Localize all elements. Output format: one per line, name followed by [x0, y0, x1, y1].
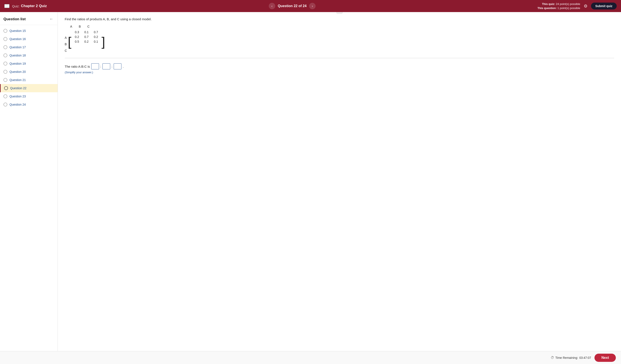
sidebar-item-label-23: Question 23 — [10, 95, 26, 98]
body-layout: Question list ← Question 15Question 16Qu… — [0, 12, 621, 351]
sidebar-item-label-24: Question 24 — [10, 103, 26, 106]
sidebar-item-question-20[interactable]: Question 20 — [0, 68, 58, 76]
ratio-label: The ratio A:B:C is — [65, 65, 90, 68]
ratio-input-c[interactable] — [114, 63, 121, 69]
radio-circle-21 — [3, 78, 7, 82]
cell-0-1: 0.1 — [83, 30, 90, 34]
cell-2-0: 0.5 — [73, 40, 81, 43]
sidebar-item-question-23[interactable]: Question 23 — [0, 92, 58, 100]
points-info: This quiz: 24 point(s) possible This que… — [537, 2, 580, 10]
sidebar-item-question-15[interactable]: Question 15 — [0, 27, 58, 35]
prev-question-button[interactable]: ‹ — [269, 3, 275, 9]
sidebar-item-label-18: Question 18 — [10, 54, 26, 57]
this-quiz-points: 24 point(s) possible — [556, 2, 580, 6]
sidebar-collapse-button[interactable]: ← — [49, 16, 54, 22]
radio-circle-16 — [3, 37, 7, 41]
next-question-button[interactable]: › — [309, 3, 316, 9]
matrix-container: A B C A B C [ 0.3 0.1 — [65, 25, 614, 54]
nav-right: This quiz: 24 point(s) possible This que… — [537, 2, 617, 10]
radio-circle-19 — [3, 62, 7, 66]
sidebar-list: Question 15Question 16Question 17Questio… — [0, 25, 58, 110]
this-quiz-label: This quiz: — [542, 2, 555, 6]
sidebar-item-question-18[interactable]: Question 18 — [0, 51, 58, 60]
simplify-note: (Simplify your answer.) — [65, 71, 614, 74]
sidebar-item-label-19: Question 19 — [10, 62, 26, 65]
matrix-inner: 0.3 0.1 0.7 0.2 0.7 0.2 0.5 — [71, 29, 102, 54]
cell-2-1: 0.2 — [83, 40, 90, 43]
matrix-row-3: 0.5 0.2 0.1 — [73, 40, 100, 43]
sidebar-item-question-21[interactable]: Question 21 — [0, 76, 58, 84]
cell-1-0: 0.2 — [73, 35, 81, 39]
col-header-A: A — [67, 25, 75, 28]
menu-icon[interactable] — [4, 4, 10, 8]
sidebar-item-question-19[interactable]: Question 19 — [0, 60, 58, 68]
ratio-area: The ratio A:B:C is : : . — [65, 63, 614, 69]
radio-circle-15 — [3, 29, 7, 33]
time-remaining: ⏱ Time Remaining: 03:47:07 — [551, 356, 591, 360]
this-question-points: 1 point(s) possible — [557, 6, 580, 10]
radio-circle-23 — [3, 94, 7, 98]
this-question-label: This question: — [537, 6, 557, 10]
main-content: Find the ratios of products A, B, and C … — [58, 12, 621, 351]
clock-icon: ⏱ — [551, 356, 554, 360]
row-label-B: B — [65, 42, 67, 47]
cell-0-2: 0.7 — [92, 30, 100, 34]
radio-circle-20 — [3, 70, 7, 74]
sidebar-item-question-24[interactable]: Question 24 — [0, 100, 58, 109]
question-counter: Question 22 of 24 — [278, 4, 307, 8]
bottom-bar: ⏱ Time Remaining: 03:47:07 Next — [0, 351, 621, 364]
col-header-C: C — [84, 25, 93, 28]
bracket-right: ] — [102, 29, 105, 54]
sidebar-item-label-22: Question 22 — [10, 86, 27, 90]
quiz-title: Chapter 2 Quiz — [21, 4, 47, 8]
ratio-separator-2: : — [112, 65, 112, 68]
cell-1-2: 0.2 — [92, 35, 100, 39]
ratio-separator-1: : — [100, 65, 101, 68]
sidebar-header: Question list ← — [0, 12, 58, 25]
sidebar-item-label-20: Question 20 — [10, 70, 26, 73]
matrix-bracket-area: [ 0.3 0.1 0.7 0.2 0.7 0.2 — [68, 29, 105, 54]
radio-circle-22 — [4, 86, 8, 90]
top-nav: Quiz: Chapter 2 Quiz ‹ Question 22 of 24… — [0, 0, 621, 12]
time-remaining-label: Time Remaining: — [555, 356, 578, 360]
ratio-input-b[interactable] — [103, 63, 110, 69]
sidebar: Question list ← Question 15Question 16Qu… — [0, 12, 58, 351]
question-instruction: Find the ratios of products A, B, and C … — [65, 17, 614, 21]
cell-2-2: 0.1 — [92, 40, 100, 43]
nav-center: ‹ Question 22 of 24 › — [47, 3, 537, 9]
cell-0-0: 0.3 — [73, 30, 81, 34]
submit-quiz-button[interactable]: Submit quiz — [591, 3, 617, 10]
sidebar-item-question-16[interactable]: Question 16 — [0, 35, 58, 43]
cell-1-1: 0.7 — [83, 35, 90, 39]
settings-icon[interactable]: ⚙ — [584, 3, 587, 9]
sidebar-item-label-21: Question 21 — [10, 78, 26, 82]
sidebar-item-question-22[interactable]: Question 22 — [0, 84, 58, 92]
ratio-period: . — [123, 65, 124, 68]
matrix-row-1: 0.3 0.1 0.7 — [73, 30, 100, 34]
bracket-left: [ — [68, 29, 71, 54]
radio-circle-17 — [3, 45, 7, 49]
matrix-col-headers: A B C — [65, 25, 105, 28]
sidebar-title: Question list — [3, 17, 26, 21]
matrix-row-2: 0.2 0.7 0.2 — [73, 35, 100, 39]
sidebar-item-label-17: Question 17 — [10, 46, 26, 49]
next-button[interactable]: Next — [594, 354, 616, 362]
matrix-row-labels: A B C — [65, 29, 67, 54]
col-header-B: B — [75, 25, 84, 28]
row-label-C: C — [65, 48, 67, 53]
sidebar-item-question-17[interactable]: Question 17 — [0, 43, 58, 51]
quiz-prefix-label: Quiz: — [12, 4, 20, 8]
ratio-section: The ratio A:B:C is : : . (Simplify your … — [65, 63, 614, 74]
sidebar-item-label-16: Question 16 — [10, 37, 26, 41]
divider-handle[interactable]: ··· — [336, 12, 342, 14]
ratio-input-a[interactable] — [91, 63, 99, 69]
radio-circle-24 — [3, 103, 7, 106]
time-remaining-value: 03:47:07 — [579, 356, 591, 360]
question-divider — [65, 58, 614, 58]
radio-circle-18 — [3, 53, 7, 57]
row-label-A: A — [65, 35, 67, 40]
sidebar-item-label-15: Question 15 — [10, 29, 26, 33]
